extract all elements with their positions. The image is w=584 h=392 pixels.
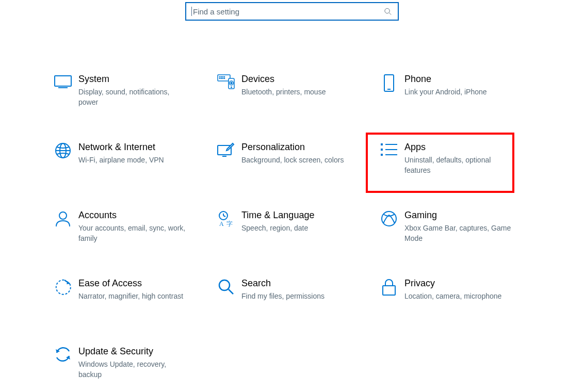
svg-point-6 xyxy=(221,76,221,77)
tile-title: Phone xyxy=(404,73,487,85)
tile-desc: Narrator, magnifier, high contrast xyxy=(78,291,183,302)
gaming-icon xyxy=(374,209,404,227)
svg-point-8 xyxy=(224,76,224,77)
system-icon xyxy=(47,73,78,89)
tile-title: Accounts xyxy=(78,209,187,221)
tile-phone[interactable]: Phone Link your Android, iPhone xyxy=(374,73,537,141)
svg-point-11 xyxy=(222,78,223,78)
svg-point-15 xyxy=(231,83,232,84)
svg-rect-26 xyxy=(381,149,383,151)
tile-desc: Background, lock screen, colors xyxy=(241,155,344,166)
update-icon xyxy=(47,346,78,362)
tile-devices[interactable]: Devices Bluetooth, printers, mouse xyxy=(210,73,374,141)
tile-title: Time & Language xyxy=(241,209,314,221)
svg-point-16 xyxy=(231,87,232,88)
svg-rect-24 xyxy=(381,143,383,145)
svg-point-9 xyxy=(219,78,220,78)
tile-desc: Find my files, permissions xyxy=(241,291,325,302)
tile-desc: Wi-Fi, airplane mode, VPN xyxy=(78,155,164,166)
tile-update-security[interactable]: Update & Security Windows Update, recove… xyxy=(47,346,210,392)
tile-title: Personalization xyxy=(241,141,344,153)
svg-text:字: 字 xyxy=(226,220,233,227)
svg-line-1 xyxy=(389,13,391,15)
svg-point-12 xyxy=(224,78,224,78)
tile-title: Search xyxy=(241,277,325,289)
svg-point-7 xyxy=(222,76,223,77)
tile-desc: Windows Update, recovery, backup xyxy=(78,360,187,380)
search-placeholder: Find a setting xyxy=(193,7,239,16)
lock-icon xyxy=(374,277,404,296)
svg-rect-40 xyxy=(383,286,395,295)
tile-ease-of-access[interactable]: Ease of Access Narrator, magnifier, high… xyxy=(47,277,210,346)
svg-point-30 xyxy=(59,212,67,219)
accounts-icon xyxy=(47,209,78,227)
tile-search[interactable]: Search Find my files, permissions xyxy=(210,277,374,346)
svg-line-33 xyxy=(223,216,225,217)
personalization-icon xyxy=(210,141,241,158)
tile-desc: Display, sound, notifications, power xyxy=(78,87,187,107)
search-icon xyxy=(384,8,392,15)
tile-title: Update & Security xyxy=(78,346,187,357)
tile-time-language[interactable]: A 字 Time & Language Speech, region, date xyxy=(210,209,374,277)
tile-desc: Uninstall, defaults, optional features xyxy=(404,155,513,175)
search-input[interactable]: Find a setting xyxy=(185,2,399,21)
tile-title: Privacy xyxy=(404,277,501,289)
tile-desc: Location, camera, microphone xyxy=(404,291,501,302)
time-language-icon: A 字 xyxy=(210,209,241,227)
tile-title: System xyxy=(78,73,187,85)
tile-desc: Xbox Game Bar, captures, Game Mode xyxy=(404,223,513,243)
svg-point-36 xyxy=(382,211,396,226)
tile-desc: Bluetooth, printers, mouse xyxy=(241,87,326,97)
phone-icon xyxy=(374,73,404,92)
globe-icon xyxy=(47,141,78,159)
tile-title: Gaming xyxy=(404,209,513,221)
tile-desc: Speech, region, date xyxy=(241,223,314,234)
tile-network[interactable]: Network & Internet Wi-Fi, airplane mode,… xyxy=(47,141,210,209)
tile-title: Network & Internet xyxy=(78,141,164,153)
tile-privacy[interactable]: Privacy Location, camera, microphone xyxy=(374,277,537,346)
tile-title: Apps xyxy=(404,141,513,153)
tile-title: Devices xyxy=(241,73,326,85)
tile-accounts[interactable]: Accounts Your accounts, email, sync, wor… xyxy=(47,209,210,277)
svg-point-0 xyxy=(385,8,390,13)
ease-of-access-icon xyxy=(47,277,78,295)
svg-point-10 xyxy=(221,78,221,78)
svg-text:A: A xyxy=(219,220,224,227)
svg-point-38 xyxy=(219,280,230,290)
svg-rect-28 xyxy=(381,154,383,156)
svg-rect-18 xyxy=(387,89,391,90)
tile-desc: Your accounts, email, sync, work, family xyxy=(78,223,187,243)
tile-personalization[interactable]: Personalization Background, lock screen,… xyxy=(210,141,374,209)
devices-icon xyxy=(210,73,241,90)
tile-system[interactable]: System Display, sound, notifications, po… xyxy=(47,73,210,141)
tile-gaming[interactable]: Gaming Xbox Game Bar, captures, Game Mod… xyxy=(374,209,537,277)
svg-rect-2 xyxy=(55,76,71,86)
tile-desc: Link your Android, iPhone xyxy=(404,87,487,97)
search-tile-icon xyxy=(210,277,241,295)
svg-line-39 xyxy=(229,289,233,294)
apps-icon xyxy=(374,141,404,157)
text-cursor xyxy=(191,7,192,16)
tile-apps[interactable]: Apps Uninstall, defaults, optional featu… xyxy=(374,141,537,209)
svg-point-5 xyxy=(219,76,220,77)
tile-title: Ease of Access xyxy=(78,277,183,289)
